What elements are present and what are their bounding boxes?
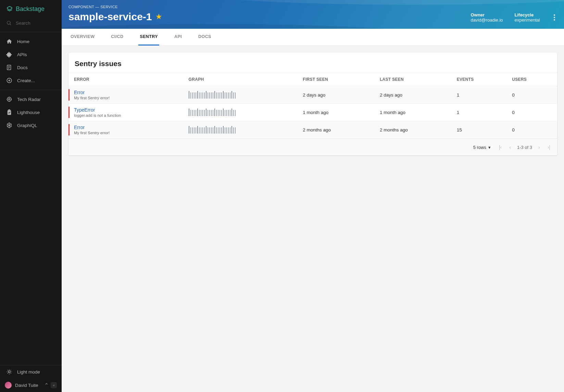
tab-cicd[interactable]: CI/CD — [110, 29, 125, 46]
graph-cell — [183, 86, 298, 104]
tab-sentry[interactable]: SENTRY — [138, 29, 159, 46]
table-row[interactable]: TypeErrorlogger.add is not a function1 m… — [68, 104, 557, 121]
events-cell: 15 — [451, 121, 507, 139]
svg-point-5 — [8, 371, 10, 373]
sparkline — [189, 91, 292, 99]
theme-toggle-label: Light mode — [17, 369, 40, 375]
page-info: 1-3 of 3 — [517, 145, 532, 150]
graphql-icon — [6, 122, 12, 128]
last-page-button[interactable]: ›| — [546, 143, 552, 151]
sentry-issues-card: Sentry issues ERROR GRAPH FIRST SEEN LAS… — [68, 53, 557, 155]
sparkline — [189, 126, 292, 134]
chevron-up-icon: ⌃ — [44, 382, 49, 389]
theme-toggle[interactable]: Light mode — [0, 365, 62, 378]
app-logo[interactable]: Backstage — [0, 0, 62, 16]
sidebar-item-docs[interactable]: Docs — [0, 61, 62, 74]
tab-docs[interactable]: DOCS — [197, 29, 213, 46]
sidebar-item-label: APIs — [17, 52, 27, 57]
rows-label: 5 rows — [473, 145, 486, 150]
error-cell: TypeErrorlogger.add is not a function — [68, 104, 183, 121]
sidebar: Backstage Search Home APIs Docs — [0, 0, 62, 392]
col-graph[interactable]: GRAPH — [183, 73, 298, 86]
first-seen-cell: 2 days ago — [297, 86, 374, 104]
col-users[interactable]: USERS — [506, 73, 557, 86]
error-title[interactable]: Error — [74, 90, 178, 95]
severity-bar — [68, 89, 70, 101]
sidebar-nav-secondary: Tech Radar Lighthouse GraphiQL — [0, 90, 62, 135]
error-cell: ErrorMy first Sentry error! — [68, 86, 183, 104]
home-icon — [6, 38, 12, 45]
error-subtitle: logger.add is not a function — [74, 113, 178, 117]
events-cell: 1 — [451, 104, 507, 121]
error-subtitle: My first Sentry error! — [74, 96, 178, 100]
error-title[interactable]: Error — [74, 125, 178, 130]
col-last-seen[interactable]: LAST SEEN — [374, 73, 451, 86]
page-title: sample-service-1 — [68, 11, 152, 23]
puzzle-icon — [6, 51, 12, 58]
search-placeholder: Search — [16, 21, 30, 26]
more-menu-button[interactable] — [552, 12, 557, 23]
sidebar-item-create[interactable]: Create... — [0, 74, 62, 87]
backstage-logo-icon — [6, 6, 13, 13]
first-seen-cell: 1 month ago — [297, 104, 374, 121]
tabs: OVERVIEW CI/CD SENTRY API DOCS — [62, 29, 564, 46]
last-seen-cell: 2 months ago — [374, 121, 451, 139]
svg-point-4 — [9, 99, 10, 100]
svg-point-3 — [7, 97, 11, 101]
sidebar-item-apis[interactable]: APIs — [0, 48, 62, 61]
svg-point-0 — [7, 21, 10, 24]
owner-label: Owner — [471, 12, 503, 17]
sidebar-item-label: Home — [17, 39, 29, 44]
first-seen-cell: 2 months ago — [297, 121, 374, 139]
tab-overview[interactable]: OVERVIEW — [69, 29, 96, 46]
owner-meta: Owner david@roadie.io — [471, 12, 503, 23]
owner-value: david@roadie.io — [471, 17, 503, 23]
events-cell: 1 — [451, 86, 507, 104]
col-first-seen[interactable]: FIRST SEEN — [297, 73, 374, 86]
page-header: COMPONENT — SERVICE sample-service-1 ★ O… — [62, 0, 564, 29]
search-icon — [6, 20, 12, 26]
sidebar-footer: Light mode David Tuite ⌃ « — [0, 365, 62, 392]
sidebar-item-home[interactable]: Home — [0, 35, 62, 48]
severity-bar — [68, 106, 70, 118]
sidebar-item-label: Docs — [17, 65, 28, 70]
error-title[interactable]: TypeError — [74, 107, 178, 113]
first-page-button[interactable]: |‹ — [498, 143, 503, 151]
search-input[interactable]: Search — [0, 16, 62, 32]
prev-page-button[interactable]: ‹ — [508, 143, 512, 151]
lifecycle-value: experimental — [515, 17, 540, 23]
graph-cell — [183, 121, 298, 139]
sidebar-item-tech-radar[interactable]: Tech Radar — [0, 93, 62, 106]
tab-api[interactable]: API — [173, 29, 183, 46]
plus-circle-icon — [6, 77, 12, 84]
next-page-button[interactable]: › — [537, 143, 541, 151]
last-seen-cell: 1 month ago — [374, 104, 451, 121]
sparkline — [189, 109, 292, 116]
sidebar-item-label: Tech Radar — [17, 97, 41, 102]
col-events[interactable]: EVENTS — [451, 73, 507, 86]
avatar — [5, 382, 12, 389]
dropdown-icon: ▾ — [488, 145, 491, 150]
table-row[interactable]: ErrorMy first Sentry error!2 days ago2 d… — [68, 86, 557, 104]
sidebar-item-lighthouse[interactable]: Lighthouse — [0, 106, 62, 119]
main-content: COMPONENT — SERVICE sample-service-1 ★ O… — [62, 0, 564, 392]
sidebar-item-label: GraphiQL — [17, 123, 37, 128]
docs-icon — [6, 64, 12, 71]
app-name: Backstage — [16, 5, 45, 13]
clipboard-check-icon — [6, 109, 12, 115]
user-menu[interactable]: David Tuite ⌃ « — [0, 378, 62, 392]
col-error[interactable]: ERROR — [68, 73, 183, 86]
table-row[interactable]: ErrorMy first Sentry error!2 months ago2… — [68, 121, 557, 139]
error-cell: ErrorMy first Sentry error! — [68, 121, 183, 139]
issues-table: ERROR GRAPH FIRST SEEN LAST SEEN EVENTS … — [68, 73, 557, 139]
users-cell: 0 — [506, 86, 557, 104]
rows-per-page[interactable]: 5 rows ▾ — [473, 145, 491, 150]
collapse-sidebar-button[interactable]: « — [51, 382, 57, 388]
user-name: David Tuite — [15, 383, 38, 388]
sidebar-item-label: Lighthouse — [17, 110, 40, 115]
lifecycle-label: Lifecycle — [515, 12, 540, 17]
star-icon[interactable]: ★ — [155, 12, 162, 21]
sidebar-item-graphiql[interactable]: GraphiQL — [0, 119, 62, 132]
last-seen-cell: 2 days ago — [374, 86, 451, 104]
sidebar-nav-primary: Home APIs Docs Create... — [0, 32, 62, 90]
